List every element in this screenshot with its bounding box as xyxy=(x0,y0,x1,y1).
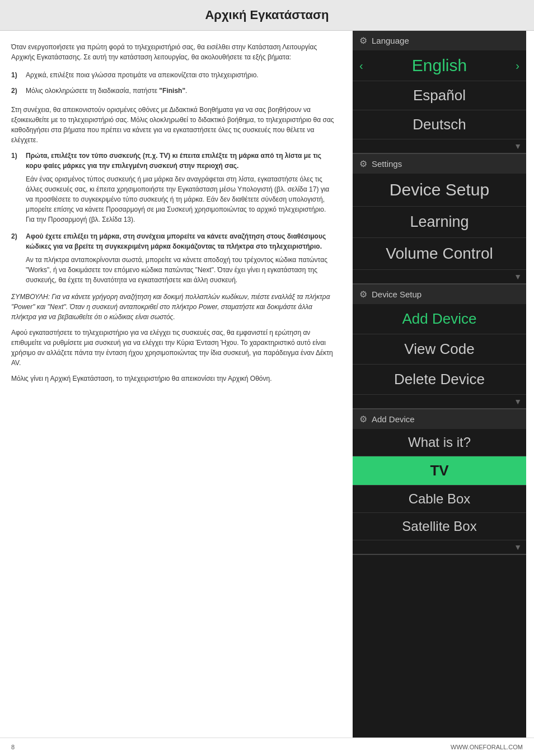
settings-panel: ⚙ Settings Device Setup Learning Volume … xyxy=(353,154,526,284)
lang-english[interactable]: ‹ English › xyxy=(353,50,526,81)
intro-paragraph: Όταν ενεργοποιήσετε για πρώτη φορά το τη… xyxy=(11,42,336,62)
settings-learning-label: Learning xyxy=(410,213,469,230)
main-step-2-text: Αφού έχετε επιλέξει τη μάρκα, στη συνέχε… xyxy=(26,231,336,251)
lang-espanol[interactable]: Español xyxy=(353,81,526,110)
language-panel-title: Language xyxy=(372,36,409,45)
main-step-1: 1) Πρώτα, επιλέξτε τον τύπο συσκευής (π.… xyxy=(11,151,336,225)
settings-learning[interactable]: Learning xyxy=(353,207,526,238)
settings-device-setup[interactable]: Device Setup xyxy=(353,174,526,207)
device-view-code[interactable]: View Code xyxy=(353,334,526,365)
add-device-satellite-box[interactable]: Satellite Box xyxy=(353,513,526,540)
step-1: 1) Αρχικά, επιλέξτε ποια γλώσσα προτιμάτ… xyxy=(11,70,336,80)
website-url: WWW.ONEFORALL.COM xyxy=(451,744,523,750)
settings-gear-icon: ⚙ xyxy=(359,158,367,169)
lang-deutsch[interactable]: Deutsch xyxy=(353,110,526,139)
language-panel-header: ⚙ Language xyxy=(353,31,526,50)
main-step-2-num: 2) xyxy=(11,231,22,251)
settings-volume-label: Volume Control xyxy=(386,245,493,262)
device-add-device-label: Add Device xyxy=(402,310,477,327)
paragraph-2: Αφού εγκαταστήσετε το τηλεχειριστήριο γι… xyxy=(11,328,336,368)
add-device-cable-box[interactable]: Cable Box xyxy=(353,486,526,513)
language-panel: ⚙ Language ‹ English › Español Deutsch ▼ xyxy=(353,31,526,154)
main-step-2-header: 2) Αφού έχετε επιλέξει τη μάρκα, στη συν… xyxy=(11,231,336,251)
device-delete-device[interactable]: Delete Device xyxy=(353,365,526,395)
page-number: 8 xyxy=(11,744,15,750)
add-device-panel: ⚙ Add Device What is it? TV Cable Box Sa… xyxy=(353,409,526,555)
device-setup-gear-icon: ⚙ xyxy=(359,289,367,300)
add-device-tv[interactable]: TV xyxy=(353,456,526,486)
language-chevron-down: ▼ xyxy=(353,139,526,153)
settings-panel-header: ⚙ Settings xyxy=(353,154,526,174)
arrow-right-icon: › xyxy=(516,59,519,72)
step-2-num: 2) xyxy=(11,86,22,96)
device-setup-panel-title: Device Setup xyxy=(372,290,421,299)
device-add-device[interactable]: Add Device xyxy=(353,304,526,334)
italic-note: ΣΥΜΒΟΥΛΗ: Για να κάνετε γρήγορη αναζήτησ… xyxy=(11,292,336,322)
lang-deutsch-label: Deutsch xyxy=(413,116,466,133)
main-step-1-sub: Εάν ένας ορισμένος τύπος συσκευής ή μια … xyxy=(26,174,336,225)
page-header: Αρχική Εγκατάσταση xyxy=(0,0,534,31)
add-device-tv-label: TV xyxy=(430,462,448,479)
settings-device-setup-label: Device Setup xyxy=(390,180,489,199)
main-step-2: 2) Αφού έχετε επιλέξει τη μάρκα, στη συν… xyxy=(11,231,336,285)
lang-english-label: English xyxy=(412,56,467,74)
device-setup-chevron-down: ▼ xyxy=(353,395,526,408)
add-device-what-is-it[interactable]: What is it? xyxy=(353,429,526,456)
main-step-1-text: Πρώτα, επιλέξτε τον τύπο συσκευής (π.χ. … xyxy=(26,151,336,171)
step-1-text: Αρχικά, επιλέξτε ποια γλώσσα προτιμάτε ν… xyxy=(26,70,259,80)
add-device-what-is-it-label: What is it? xyxy=(408,435,471,450)
language-gear-icon: ⚙ xyxy=(359,35,367,46)
step-1-num: 1) xyxy=(11,70,22,80)
device-view-code-label: View Code xyxy=(404,340,474,357)
device-delete-device-label: Delete Device xyxy=(394,371,485,388)
step-2-bold: "Finish" xyxy=(159,87,185,95)
add-device-gear-icon: ⚙ xyxy=(359,414,367,424)
lang-espanol-label: Español xyxy=(413,87,466,104)
main-layout: Όταν ενεργοποιήσετε για πρώτη φορά το τη… xyxy=(0,31,534,738)
add-device-cable-box-label: Cable Box xyxy=(409,491,471,506)
settings-volume-control[interactable]: Volume Control xyxy=(353,238,526,270)
page-title: Αρχική Εγκατάσταση xyxy=(11,8,523,22)
main-step-1-header: 1) Πρώτα, επιλέξτε τον τύπο συσκευής (π.… xyxy=(11,151,336,171)
step-2-text: Μόλις ολοκληρώσετε τη διαδικασία, πατήστ… xyxy=(26,86,187,96)
paragraph-3: Μόλις γίνει η Αρχική Εγκατάσταση, το τηλ… xyxy=(11,374,336,384)
device-setup-panel-header: ⚙ Device Setup xyxy=(353,284,526,304)
main-step-2-sub: Αν τα πλήκτρα ανταποκρίνονται σωστά, μπο… xyxy=(26,255,336,285)
device-setup-panel: ⚙ Device Setup Add Device View Code Dele… xyxy=(353,284,526,409)
main-step-1-num: 1) xyxy=(11,151,22,171)
add-device-panel-header: ⚙ Add Device xyxy=(353,409,526,429)
left-content: Όταν ενεργοποιήσετε για πρώτη φορά το τη… xyxy=(0,31,353,738)
settings-panel-title: Settings xyxy=(372,159,402,169)
add-device-chevron-down: ▼ xyxy=(353,540,526,554)
step-2: 2) Μόλις ολοκληρώσετε τη διαδικασία, πατ… xyxy=(11,86,336,96)
add-device-satellite-box-label: Satellite Box xyxy=(402,519,476,534)
section-break-text: Στη συνέχεια, θα απεικονιστούν ορισμένες… xyxy=(11,105,336,145)
page-footer: 8 WWW.ONEFORALL.COM xyxy=(0,738,534,756)
add-device-panel-title: Add Device xyxy=(372,414,415,424)
arrow-left-icon: ‹ xyxy=(359,59,363,72)
right-sidebar: ⚙ Language ‹ English › Español Deutsch ▼… xyxy=(353,31,526,738)
settings-chevron-down: ▼ xyxy=(353,270,526,283)
